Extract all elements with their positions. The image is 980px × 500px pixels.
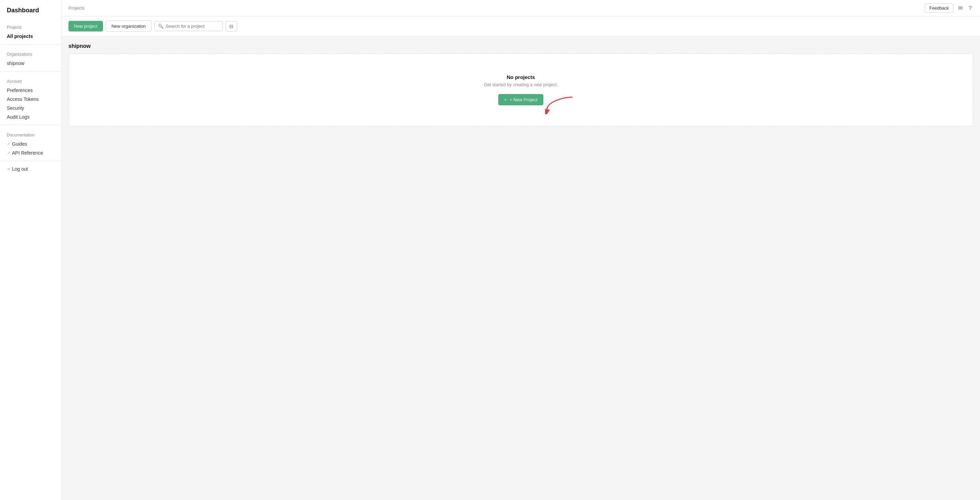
- breadcrumb: Projects: [68, 5, 84, 11]
- arrow-annotation: [545, 94, 576, 114]
- sidebar-item-preferences[interactable]: Preferences: [0, 86, 61, 95]
- sidebar-item-all-projects[interactable]: All projects: [0, 32, 61, 41]
- divider-4: [0, 161, 61, 161]
- plus-icon: +: [504, 97, 507, 102]
- filter-button[interactable]: ⊟: [226, 21, 237, 32]
- sidebar-section-orgs: Organizations: [0, 48, 61, 59]
- feedback-button[interactable]: Feedback: [925, 3, 953, 13]
- external-link-icon: ↗: [7, 142, 10, 146]
- empty-title: No projects: [507, 74, 535, 80]
- search-box: 🔍: [154, 21, 223, 31]
- sidebar-item-access-tokens[interactable]: Access Tokens: [0, 95, 61, 104]
- external-link-icon-api: ↗: [7, 151, 10, 155]
- divider-2: [0, 71, 61, 71]
- search-input[interactable]: [165, 24, 219, 29]
- search-icon: 🔍: [158, 24, 164, 29]
- mail-icon-button[interactable]: ✉: [957, 3, 964, 13]
- new-project-center-button[interactable]: + + New Project: [498, 94, 544, 105]
- sidebar-item-api-reference[interactable]: ↗ API Reference: [0, 148, 61, 157]
- sidebar: Dashboard Projects All projects Organiza…: [0, 0, 62, 500]
- main-area: Projects Feedback ✉ ? New project New or…: [62, 0, 980, 500]
- new-project-label: + New Project: [509, 97, 537, 102]
- sidebar-item-audit-logs[interactable]: Audit Logs: [0, 113, 61, 121]
- divider-3: [0, 125, 61, 125]
- sidebar-item-guides[interactable]: ↗ Guides: [0, 140, 61, 148]
- sidebar-item-logout[interactable]: ⇥ Log out: [0, 165, 61, 173]
- content-area: shipnow No projects Get started by creat…: [62, 36, 980, 500]
- toolbar: New project New organization 🔍 ⊟: [62, 16, 980, 36]
- logout-icon: ⇥: [7, 167, 10, 171]
- empty-subtitle: Get started by creating a new project.: [484, 82, 558, 87]
- new-project-button[interactable]: New project: [68, 21, 103, 32]
- new-org-button[interactable]: New organization: [106, 21, 151, 32]
- topbar-right: Feedback ✉ ?: [925, 3, 973, 13]
- sidebar-item-shipnow[interactable]: shipnow: [0, 59, 61, 68]
- org-title: shipnow: [68, 43, 973, 49]
- sidebar-section-projects: Projects: [0, 21, 61, 32]
- sidebar-section-docs: Documentation: [0, 129, 61, 140]
- divider-1: [0, 44, 61, 44]
- sidebar-item-security[interactable]: Security: [0, 104, 61, 113]
- help-icon-button[interactable]: ?: [967, 4, 973, 13]
- empty-state-box: No projects Get started by creating a ne…: [68, 53, 973, 126]
- sidebar-section-account: Account: [0, 75, 61, 86]
- sidebar-title: Dashboard: [0, 7, 61, 21]
- topbar: Projects Feedback ✉ ?: [62, 0, 980, 16]
